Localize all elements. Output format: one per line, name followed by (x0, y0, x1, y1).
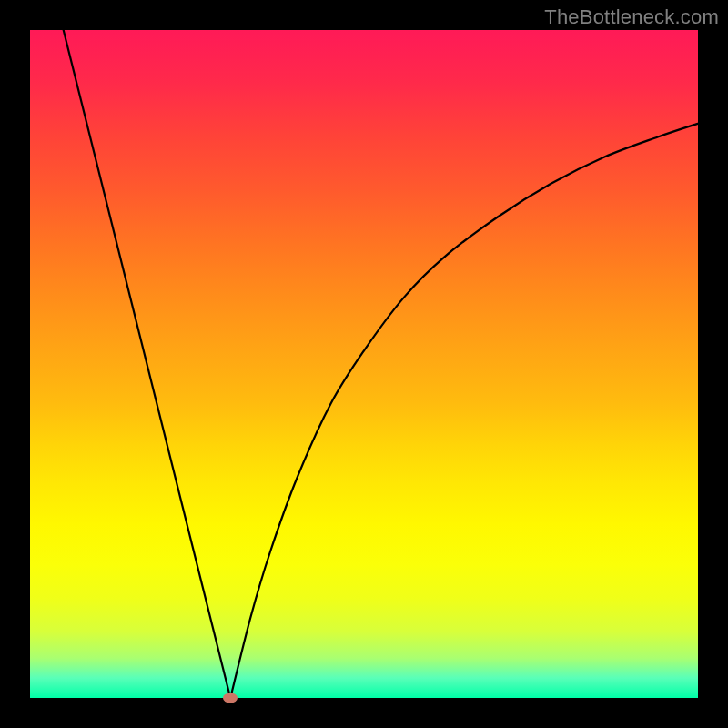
optimum-marker (223, 693, 238, 703)
bottleneck-curve (30, 30, 698, 698)
chart-frame: TheBottleneck.com (0, 0, 728, 728)
watermark-text: TheBottleneck.com (544, 5, 719, 29)
plot-area (30, 30, 698, 698)
